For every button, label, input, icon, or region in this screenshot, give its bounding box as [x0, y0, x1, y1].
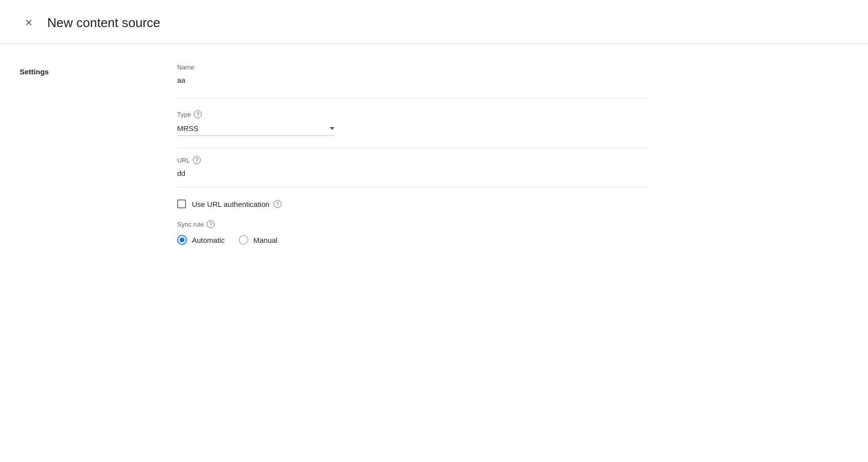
settings-section-label: Settings [20, 64, 157, 245]
page-title: New content source [47, 15, 160, 31]
url-label: URL ? [177, 156, 650, 164]
url-auth-label: Use URL authentication ? [192, 200, 281, 208]
radio-inner-automatic [180, 237, 185, 242]
sync-rule-label: Sync rule ? [177, 220, 650, 228]
header: ✕ New content source [0, 0, 868, 43]
content-area: Settings Name aa Type ? MRSS URL ? [0, 44, 868, 264]
url-auth-help-icon[interactable]: ? [274, 200, 281, 208]
radio-option-manual[interactable]: Manual [239, 235, 278, 245]
type-select-value: MRSS [177, 124, 198, 132]
type-label: Type ? [177, 110, 650, 118]
sync-rule-radio-group: Automatic Manual [177, 235, 650, 245]
url-help-icon[interactable]: ? [193, 156, 201, 164]
url-value[interactable]: dd [177, 167, 650, 179]
name-value[interactable]: aa [177, 74, 650, 86]
type-select[interactable]: MRSS [177, 121, 335, 136]
url-field-group: URL ? dd [177, 148, 650, 188]
close-icon: ✕ [25, 17, 33, 29]
dropdown-arrow-icon [330, 127, 335, 130]
sync-rule-help-icon[interactable]: ? [207, 220, 215, 228]
radio-option-automatic[interactable]: Automatic [177, 235, 225, 245]
name-field-group: Name aa [177, 64, 650, 99]
bottom-section: Use URL authentication ? Sync rule ? [177, 188, 650, 245]
radio-label-automatic: Automatic [192, 236, 225, 244]
url-auth-checkbox[interactable] [177, 199, 186, 208]
type-help-icon[interactable]: ? [194, 110, 202, 118]
name-label: Name [177, 64, 650, 71]
radio-circle-automatic [177, 235, 187, 245]
radio-circle-manual [239, 235, 248, 245]
settings-form: Name aa Type ? MRSS URL ? dd [177, 64, 650, 245]
type-field-group: Type ? MRSS [177, 102, 650, 148]
url-auth-row: Use URL authentication ? [177, 194, 650, 214]
sync-rule-section: Sync rule ? Automatic Manual [177, 214, 650, 245]
radio-label-manual: Manual [253, 236, 278, 244]
close-button[interactable]: ✕ [20, 14, 37, 32]
